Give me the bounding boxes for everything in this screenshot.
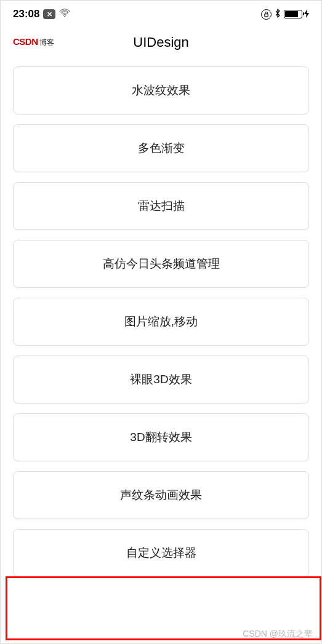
- list-item[interactable]: 声纹条动画效果: [13, 471, 309, 519]
- csdn-logo: CSDN 博客: [13, 36, 54, 48]
- battery-icon: [284, 10, 302, 18]
- status-bar: 23:08 ✕: [1, 1, 321, 25]
- list-item[interactable]: 高仿今日头条频道管理: [13, 240, 309, 288]
- charging-icon: [304, 9, 309, 20]
- list-item-label: 自定义选择器: [126, 545, 196, 561]
- list-item-label: 3D翻转效果: [130, 429, 191, 445]
- logo-main: CSDN: [13, 36, 38, 47]
- watermark-text: CSDN @玖流之辈: [243, 629, 313, 640]
- bluetooth-icon: [275, 9, 281, 20]
- wifi-icon: [59, 8, 70, 20]
- list-item-label: 高仿今日头条频道管理: [103, 256, 220, 272]
- list-item[interactable]: 3D翻转效果: [13, 413, 309, 461]
- close-badge-icon: ✕: [43, 9, 55, 19]
- status-time: 23:08: [13, 8, 39, 20]
- svg-rect-0: [265, 14, 268, 17]
- list-item[interactable]: 图片缩放,移动: [13, 298, 309, 346]
- list-item-label: 雷达扫描: [138, 198, 185, 214]
- list-item-label: 裸眼3D效果: [130, 372, 191, 388]
- page-title: UIDesign: [133, 34, 188, 50]
- app-header: CSDN 博客 UIDesign: [1, 25, 321, 66]
- status-left: 23:08 ✕: [13, 8, 70, 20]
- list-item[interactable]: 多色渐变: [13, 124, 309, 172]
- logo-suffix: 博客: [39, 38, 54, 48]
- list-item-label: 图片缩放,移动: [124, 314, 198, 330]
- list-item-label: 声纹条动画效果: [120, 487, 202, 503]
- list-item-label: 多色渐变: [138, 140, 185, 156]
- list-item[interactable]: 裸眼3D效果: [13, 356, 309, 403]
- list-item[interactable]: 水波纹效果: [13, 66, 309, 114]
- list-item-label: 水波纹效果: [132, 82, 190, 98]
- list-item[interactable]: 自定义选择器: [13, 529, 309, 577]
- status-right: [261, 9, 309, 20]
- menu-list: 水波纹效果 多色渐变 雷达扫描 高仿今日头条频道管理 图片缩放,移动 裸眼3D效…: [1, 66, 321, 577]
- lock-icon: [261, 9, 272, 20]
- list-item[interactable]: 雷达扫描: [13, 182, 309, 230]
